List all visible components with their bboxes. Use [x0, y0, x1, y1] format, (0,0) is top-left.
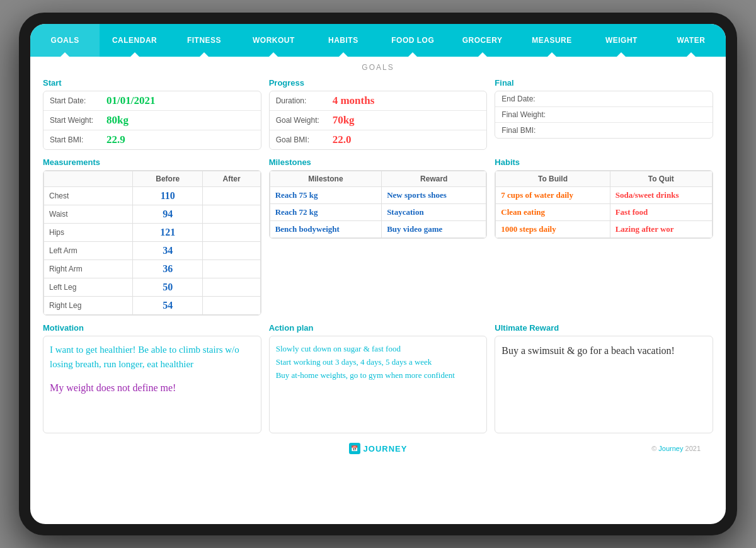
bottom-row: Motivation I want to get healthier! Be a… [43, 323, 713, 433]
nav-fitness[interactable]: FITNESS [169, 24, 239, 57]
nav-water[interactable]: WATER [656, 24, 726, 57]
measurement-before: 36 [133, 260, 203, 278]
col-part [44, 171, 133, 187]
measurement-after [203, 278, 260, 297]
start-bmi-row: Start BMI: 22.9 [43, 130, 261, 149]
start-section: Start Start Date: 01/01/2021 Start Weigh… [43, 78, 261, 150]
milestones-section: Milestones Milestone Reward Reach 75 kg … [269, 157, 488, 316]
final-weight-label: Final Weight: [501, 110, 558, 119]
measurement-after [203, 187, 260, 205]
goal-weight-value: 70kg [333, 114, 355, 127]
col-build: To Build [496, 171, 610, 187]
action-plan-line: Start working out 3 days, 4 days, 5 days… [276, 356, 481, 369]
milestone-reward: Buy video game [382, 221, 486, 238]
habit-build: 7 cups of water daily [496, 187, 610, 204]
progress-title: Progress [269, 78, 488, 88]
measurement-after [203, 205, 260, 224]
nav-calendar[interactable]: CALENDAR [100, 24, 169, 57]
goal-bmi-label: Goal BMI: [276, 135, 333, 144]
journey-icon: 📅 [349, 443, 360, 454]
start-bmi-value: 22.9 [106, 134, 125, 146]
ultimate-reward-title: Ultimate Reward [495, 323, 713, 333]
nav-habits[interactable]: HABITS [309, 24, 378, 57]
action-plan-line: Slowly cut down on sugar & fast food [276, 343, 481, 356]
start-weight-label: Start Weight: [50, 116, 106, 125]
measurement-row: Right Leg 54 [44, 297, 261, 315]
measurements-card: Before After Chest 110 Waist 94 Hips 121… [43, 170, 261, 316]
habit-build: Clean eating [496, 204, 610, 221]
motivation-text2: My weight does not define me! [50, 382, 255, 394]
habit-quit: Fast food [610, 204, 712, 221]
nav-grocery[interactable]: GROCERY [447, 24, 517, 57]
measurement-part: Left Arm [44, 242, 133, 260]
milestone-name: Reach 72 kg [270, 204, 381, 221]
motivation-section: Motivation I want to get healthier! Be a… [43, 323, 261, 433]
milestone-row: Reach 75 kg New sports shoes [270, 187, 486, 204]
nav-goals[interactable]: GOALS [30, 24, 100, 57]
measurement-before: 50 [133, 278, 203, 297]
action-plan-line: Buy at-home weights, go to gym when more… [276, 369, 481, 382]
habits-title: Habits [495, 157, 713, 167]
final-weight-row: Final Weight: [495, 107, 713, 123]
end-date-row: End Date: [495, 91, 713, 107]
start-title: Start [43, 78, 261, 88]
measurement-before: 110 [133, 187, 203, 205]
nav-workout[interactable]: WORKOUT [239, 24, 308, 57]
habit-row: 1000 steps daily Lazing after wor [496, 221, 713, 238]
progress-card: Duration: 4 months Goal Weight: 70kg Goa… [269, 91, 488, 150]
measurements-section: Measurements Before After Chest 11 [43, 157, 261, 316]
main-content: GOALS Start Start Date: 01/01/2021 Start… [30, 57, 726, 524]
progress-section: Progress Duration: 4 months Goal Weight:… [269, 78, 488, 150]
action-plan-card: Slowly cut down on sugar & fast foodStar… [269, 336, 488, 433]
measurements-title: Measurements [43, 157, 261, 167]
milestones-title: Milestones [269, 157, 488, 167]
milestone-name: Bench bodyweight [270, 221, 381, 238]
footer-brand: 📅 JOURNEY [349, 443, 408, 454]
milestones-table: Milestone Reward Reach 75 kg New sports … [270, 171, 487, 238]
measurement-part: Chest [44, 187, 133, 205]
ultimate-reward-card: Buy a swimsuit & go for a beach vacation… [495, 336, 713, 433]
habits-section: Habits To Build To Quit 7 cups of water … [495, 157, 713, 316]
milestone-row: Reach 72 kg Staycation [270, 204, 486, 221]
goal-weight-label: Goal Weight: [276, 116, 333, 125]
habits-table: To Build To Quit 7 cups of water daily S… [495, 171, 713, 238]
ultimate-reward-text: Buy a swimsuit & go for a beach vacation… [501, 343, 706, 359]
measurement-part: Waist [44, 205, 133, 224]
measurement-before: 34 [133, 242, 203, 260]
measurement-row: Left Leg 50 [44, 278, 261, 297]
nav-measure[interactable]: MEASURE [517, 24, 587, 57]
start-weight-value: 80kg [106, 114, 129, 127]
habit-build: 1000 steps daily [496, 221, 610, 238]
start-card: Start Date: 01/01/2021 Start Weight: 80k… [43, 91, 261, 150]
start-bmi-label: Start BMI: [50, 135, 106, 144]
col-quit: To Quit [610, 171, 712, 187]
duration-row: Duration: 4 months [270, 91, 487, 111]
measurement-after [203, 297, 260, 315]
measurements-table: Before After Chest 110 Waist 94 Hips 121… [43, 171, 261, 315]
nav-bar: GOALS CALENDAR FITNESS WORKOUT HABITS FO… [30, 24, 726, 57]
goal-weight-row: Goal Weight: 70kg [270, 111, 487, 130]
milestone-row: Bench bodyweight Buy video game [270, 221, 486, 238]
start-date-label: Start Date: [50, 96, 106, 105]
col-milestone: Milestone [270, 171, 381, 187]
nav-weight[interactable]: WEIGHT [587, 24, 656, 57]
milestone-reward: Staycation [382, 204, 486, 221]
nav-foodlog[interactable]: FOOD LOG [378, 24, 447, 57]
mid-row: Measurements Before After Chest 11 [43, 157, 713, 316]
brand-label: JOURNEY [364, 444, 408, 454]
journey-link[interactable]: Journey [658, 445, 683, 452]
measurement-part: Right Leg [44, 297, 133, 315]
habit-row: 7 cups of water daily Soda/sweet drinks [496, 187, 713, 204]
measurement-part: Right Arm [44, 260, 133, 278]
end-date-label: End Date: [501, 94, 558, 103]
milestones-card: Milestone Reward Reach 75 kg New sports … [269, 170, 488, 239]
col-reward: Reward [382, 171, 486, 187]
motivation-title: Motivation [43, 323, 261, 333]
start-date-value: 01/01/2021 [106, 94, 155, 107]
screen: GOALS CALENDAR FITNESS WORKOUT HABITS FO… [30, 24, 726, 524]
measurement-row: Left Arm 34 [44, 242, 261, 260]
device-frame: GOALS CALENDAR FITNESS WORKOUT HABITS FO… [19, 13, 737, 535]
milestone-reward: New sports shoes [382, 187, 486, 204]
action-plan-title: Action plan [269, 323, 488, 333]
measurement-before: 54 [133, 297, 203, 315]
